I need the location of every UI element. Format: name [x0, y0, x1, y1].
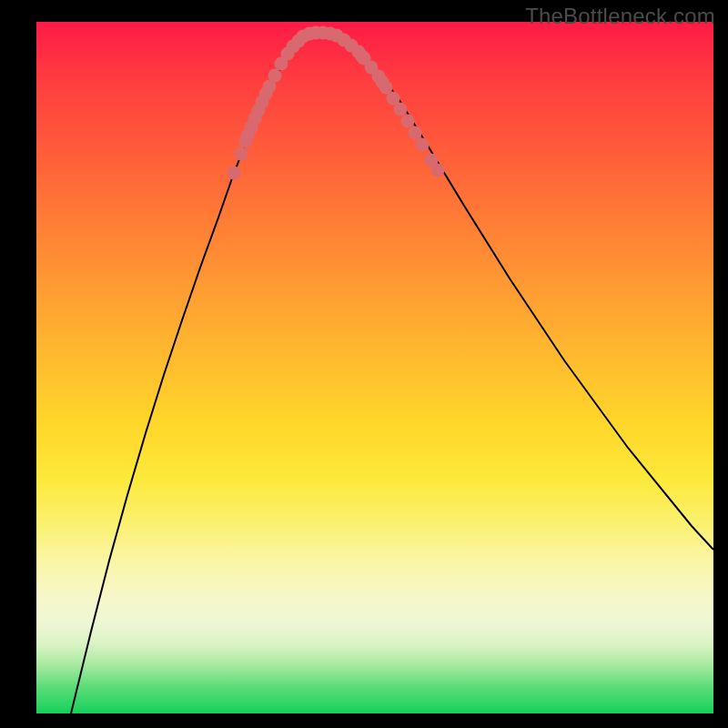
- curve-svg: [36, 22, 713, 713]
- bottleneck-curve: [71, 33, 713, 713]
- data-dot: [394, 103, 408, 116]
- data-dot: [409, 126, 422, 140]
- data-dot: [268, 69, 282, 83]
- chart-frame: TheBottleneck.com: [0, 0, 728, 728]
- data-dot: [235, 147, 248, 161]
- curve-dots: [228, 26, 445, 180]
- plot-area: [36, 22, 713, 713]
- data-dot: [228, 167, 241, 180]
- data-dot: [431, 164, 445, 177]
- data-dot: [401, 115, 415, 128]
- watermark-text: TheBottleneck.com: [525, 4, 715, 29]
- data-dot: [416, 138, 430, 152]
